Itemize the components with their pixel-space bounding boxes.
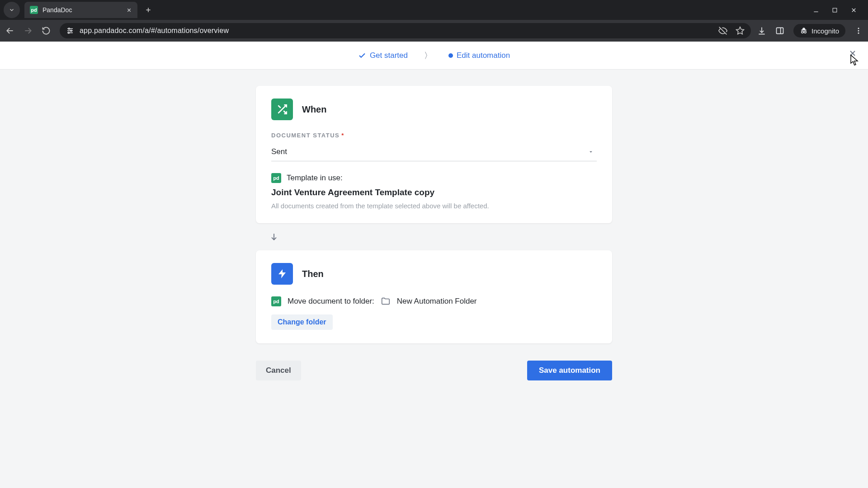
document-status-label: DOCUMENT STATUS* <box>271 132 597 139</box>
step-active-dot-icon <box>448 53 453 58</box>
flow-arrow <box>256 223 612 250</box>
svg-line-31 <box>278 105 280 108</box>
then-card: Then pd Move document to folder: New Aut… <box>256 250 612 343</box>
change-folder-button[interactable]: Change folder <box>271 314 333 330</box>
when-title: When <box>302 104 326 115</box>
tab-title: PandaDoc <box>42 6 122 14</box>
window-controls <box>813 0 865 20</box>
plus-icon <box>145 6 152 14</box>
folder-icon <box>381 296 391 306</box>
eye-off-icon <box>718 26 727 35</box>
document-status-select[interactable]: Sent <box>271 142 597 161</box>
pandadoc-icon: pd <box>271 296 281 306</box>
target-folder-name: New Automation Folder <box>397 297 477 306</box>
back-button[interactable] <box>5 26 17 35</box>
minimize-button[interactable] <box>813 7 819 13</box>
svg-point-13 <box>68 28 70 29</box>
check-icon <box>358 52 366 60</box>
cancel-button[interactable]: Cancel <box>256 361 301 380</box>
stepper-bar: Get started 〉 Edit automation <box>0 42 868 70</box>
star-icon <box>736 26 745 35</box>
maximize-icon <box>832 7 838 13</box>
browser-toolbar: app.pandadoc.com/a/#/automations/overvie… <box>0 20 868 42</box>
svg-point-24 <box>858 28 859 29</box>
svg-point-22 <box>804 31 807 33</box>
arrow-down-icon <box>269 232 278 241</box>
browser-tabstrip: pd PandaDoc <box>0 0 868 20</box>
pandadoc-favicon: pd <box>30 6 38 14</box>
svg-rect-5 <box>833 8 837 12</box>
close-window-button[interactable] <box>850 7 857 14</box>
editor-footer: Cancel Save automation <box>256 361 612 380</box>
incognito-indicator[interactable]: Incognito <box>793 24 845 38</box>
eye-off-icon[interactable] <box>718 26 727 35</box>
kebab-icon <box>854 27 863 35</box>
address-bar[interactable]: app.pandadoc.com/a/#/automations/overvie… <box>60 23 751 38</box>
select-value: Sent <box>271 147 287 156</box>
shuffle-icon <box>276 103 288 115</box>
svg-point-15 <box>68 32 70 33</box>
svg-point-25 <box>858 30 859 32</box>
step-label: Edit automation <box>457 51 510 60</box>
download-icon <box>757 26 766 35</box>
url-text: app.pandadoc.com/a/#/automations/overvie… <box>80 27 713 35</box>
editor-canvas: When DOCUMENT STATUS* Sent pd Template i… <box>0 70 868 488</box>
chevron-down-icon <box>9 7 15 13</box>
tune-icon <box>66 27 74 35</box>
incognito-icon <box>800 27 808 35</box>
tab-search-button[interactable] <box>4 2 20 18</box>
maximize-button[interactable] <box>832 7 838 13</box>
then-title: Then <box>302 269 324 279</box>
incognito-label: Incognito <box>811 27 839 35</box>
downloads-button[interactable] <box>757 26 766 35</box>
close-page-button[interactable] <box>848 49 857 58</box>
browser-menu-button[interactable] <box>854 27 863 35</box>
save-automation-button[interactable]: Save automation <box>527 361 612 380</box>
pandadoc-icon: pd <box>271 173 281 183</box>
toolbar-actions: Incognito <box>757 24 863 38</box>
svg-point-26 <box>858 33 859 34</box>
reload-icon <box>42 26 51 35</box>
step-edit-automation[interactable]: Edit automation <box>448 51 510 60</box>
forward-button[interactable] <box>24 26 35 35</box>
panel-icon <box>775 26 784 35</box>
close-icon <box>848 49 857 58</box>
site-settings-icon[interactable] <box>66 27 74 35</box>
close-icon <box>126 7 132 13</box>
sidepanel-button[interactable] <box>775 26 784 35</box>
step-get-started[interactable]: Get started <box>358 51 408 60</box>
then-icon <box>271 263 293 285</box>
svg-point-21 <box>802 31 804 33</box>
browser-tab[interactable]: pd PandaDoc <box>24 2 137 18</box>
arrow-right-icon <box>24 26 33 35</box>
caret-down-icon <box>588 149 594 155</box>
when-icon <box>271 99 293 120</box>
svg-marker-17 <box>736 27 744 34</box>
svg-rect-19 <box>777 28 783 33</box>
close-icon <box>850 7 857 14</box>
when-card: When DOCUMENT STATUS* Sent pd Template i… <box>256 86 612 223</box>
svg-point-14 <box>71 30 72 32</box>
page-content: Get started 〉 Edit automation When <box>0 42 868 488</box>
move-document-label: Move document to folder: <box>288 297 374 306</box>
template-name: Joint Venture Agreement Template copy <box>271 188 597 197</box>
bookmark-button[interactable] <box>736 26 745 35</box>
step-label: Get started <box>370 51 408 60</box>
reload-button[interactable] <box>42 26 53 35</box>
template-hint: All documents created from the template … <box>271 202 597 210</box>
close-tab-button[interactable] <box>126 7 132 13</box>
lightning-icon <box>277 268 288 279</box>
chevron-right-icon: 〉 <box>424 50 432 61</box>
minimize-icon <box>813 7 819 13</box>
arrow-left-icon <box>5 26 14 35</box>
new-tab-button[interactable] <box>145 6 152 14</box>
template-in-use-label: Template in use: <box>287 174 343 183</box>
